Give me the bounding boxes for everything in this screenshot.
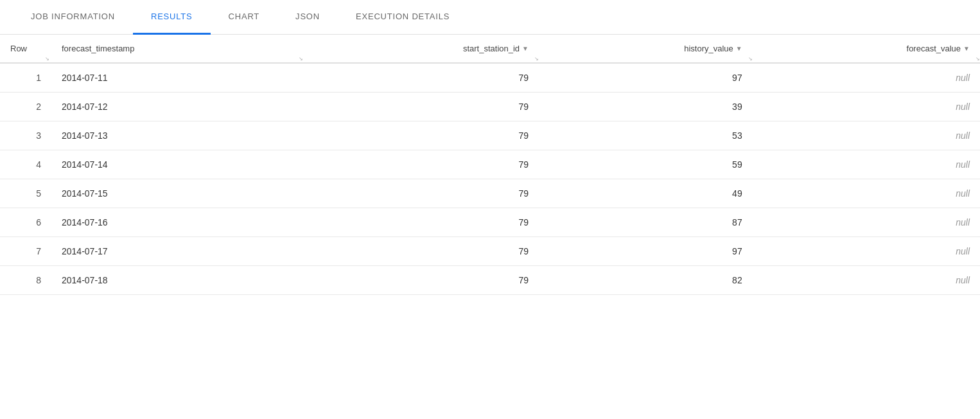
cell-row-num: 3 — [0, 121, 51, 150]
cell-forecast-value: null — [753, 63, 980, 93]
tab-results[interactable]: RESULTS — [133, 0, 211, 35]
cell-history-value: 49 — [539, 179, 753, 208]
cell-start-station-id: 79 — [305, 63, 539, 93]
cell-start-station-id: 79 — [305, 121, 539, 150]
cell-start-station-id: 79 — [305, 266, 539, 295]
cell-forecast-timestamp: 2014-07-12 — [51, 93, 305, 121]
cell-forecast-timestamp: 2014-07-17 — [51, 237, 305, 266]
table-row: 82014-07-187982null — [0, 266, 980, 295]
cell-row-num: 5 — [0, 179, 51, 208]
cell-row-num: 7 — [0, 237, 51, 266]
cell-start-station-id: 79 — [305, 93, 539, 121]
cell-history-value: 59 — [539, 150, 753, 179]
cell-forecast-timestamp: 2014-07-18 — [51, 266, 305, 295]
cell-row-num: 4 — [0, 150, 51, 179]
cell-history-value: 97 — [539, 237, 753, 266]
column-header-forecast-timestamp: forecast_timestamp ↘ — [51, 35, 305, 63]
resize-handle-forecast-timestamp[interactable]: ↘ — [299, 56, 305, 62]
column-header-forecast-timestamp-label: forecast_timestamp — [62, 44, 134, 53]
table-body: 12014-07-117997null22014-07-127939null32… — [0, 63, 980, 295]
tab-job-information[interactable]: JOB INFORMATION — [13, 0, 133, 35]
cell-start-station-id: 79 — [305, 237, 539, 266]
resize-handle-forecast-value[interactable]: ↘ — [974, 56, 980, 62]
table-row: 12014-07-117997null — [0, 63, 980, 93]
cell-forecast-value: null — [753, 150, 980, 179]
cell-forecast-value: null — [753, 208, 980, 237]
results-table-container: Row ↘ forecast_timestamp ↘ start_station… — [0, 35, 980, 295]
cell-start-station-id: 79 — [305, 208, 539, 237]
cell-forecast-value: null — [753, 266, 980, 295]
resize-handle-history-value[interactable]: ↘ — [746, 56, 753, 62]
column-header-row-label: Row — [10, 44, 27, 53]
cell-start-station-id: 79 — [305, 150, 539, 179]
results-table: Row ↘ forecast_timestamp ↘ start_station… — [0, 35, 980, 295]
column-header-history-value-label: history_value — [684, 44, 733, 53]
table-row: 32014-07-137953null — [0, 121, 980, 150]
cell-start-station-id: 79 — [305, 179, 539, 208]
cell-row-num: 6 — [0, 208, 51, 237]
column-header-row: Row ↘ — [0, 35, 51, 63]
column-header-forecast-value-label: forecast_value — [907, 44, 961, 53]
cell-forecast-timestamp: 2014-07-11 — [51, 63, 305, 93]
column-header-start-station-id-label: start_station_id — [463, 44, 520, 53]
sort-icon-forecast-value[interactable]: ▼ — [963, 45, 970, 52]
cell-row-num: 2 — [0, 93, 51, 121]
cell-history-value: 97 — [539, 63, 753, 93]
table-row: 72014-07-177997null — [0, 237, 980, 266]
table-row: 22014-07-127939null — [0, 93, 980, 121]
column-header-start-station-id: start_station_id ▼ ↘ — [305, 35, 539, 63]
cell-forecast-value: null — [753, 93, 980, 121]
tab-execution-details[interactable]: EXECUTION DETAILS — [338, 0, 468, 35]
cell-forecast-timestamp: 2014-07-14 — [51, 150, 305, 179]
resize-handle-start-station-id[interactable]: ↘ — [532, 56, 539, 62]
cell-forecast-value: null — [753, 237, 980, 266]
cell-forecast-timestamp: 2014-07-16 — [51, 208, 305, 237]
cell-forecast-value: null — [753, 121, 980, 150]
cell-history-value: 87 — [539, 208, 753, 237]
cell-history-value: 82 — [539, 266, 753, 295]
table-row: 62014-07-167987null — [0, 208, 980, 237]
tab-chart[interactable]: CHART — [211, 0, 278, 35]
sort-icon-start-station-id[interactable]: ▼ — [522, 45, 529, 52]
cell-forecast-timestamp: 2014-07-13 — [51, 121, 305, 150]
cell-history-value: 53 — [539, 121, 753, 150]
column-header-history-value: history_value ▼ ↘ — [539, 35, 753, 63]
sort-icon-history-value[interactable]: ▼ — [736, 45, 742, 52]
table-row: 52014-07-157949null — [0, 179, 980, 208]
cell-history-value: 39 — [539, 93, 753, 121]
tab-json[interactable]: JSON — [277, 0, 338, 35]
table-header-row: Row ↘ forecast_timestamp ↘ start_station… — [0, 35, 980, 63]
cell-forecast-value: null — [753, 179, 980, 208]
column-header-forecast-value: forecast_value ▼ ↘ — [753, 35, 980, 63]
cell-forecast-timestamp: 2014-07-15 — [51, 179, 305, 208]
tab-bar: JOB INFORMATION RESULTS CHART JSON EXECU… — [0, 0, 980, 35]
resize-handle-row[interactable]: ↘ — [45, 56, 51, 62]
cell-row-num: 8 — [0, 266, 51, 295]
table-row: 42014-07-147959null — [0, 150, 980, 179]
cell-row-num: 1 — [0, 63, 51, 93]
